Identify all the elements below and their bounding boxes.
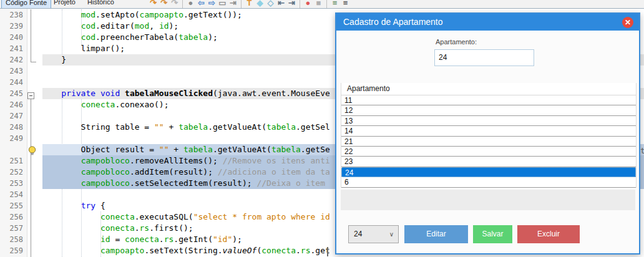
table-row[interactable]: 23 bbox=[341, 157, 636, 167]
ide-window: Código Fonte Projeto Histórico ↷↷↷●⇦⇨▭⇥T… bbox=[0, 0, 644, 257]
code-line: mod.setApto(campoapto.getText()); bbox=[42, 9, 242, 21]
table-empty-area bbox=[341, 190, 635, 210]
code-line: conecta.rs.first(); bbox=[42, 223, 193, 234]
shift-right-icon[interactable]: ⇥ bbox=[286, 0, 297, 8]
salvar-button[interactable]: Salvar bbox=[473, 225, 512, 243]
dialog-title-bar[interactable]: Cadastro de Apartamento ✕ bbox=[336, 14, 639, 31]
line-number: 259 bbox=[0, 245, 23, 256]
code-line: private void tabelaMouseClicked(java.awt… bbox=[42, 88, 330, 99]
toolbar-separator bbox=[326, 0, 327, 8]
jump-caret-icon[interactable]: ⇥ bbox=[228, 0, 238, 8]
table-row[interactable]: 14 bbox=[341, 126, 636, 136]
code-line: campoapto.setText(String.valueOf(conecta… bbox=[42, 245, 330, 256]
close-icon[interactable]: ✕ bbox=[622, 17, 633, 28]
line-number: 240 bbox=[0, 32, 23, 43]
line-number: 248 bbox=[0, 122, 23, 133]
toolbar-icons: ↷↷↷●⇦⇨▭⇥T◆◇⇤⇥●■≡≡ bbox=[148, 0, 351, 9]
line-number: 241 bbox=[0, 43, 23, 54]
editor-gutter[interactable]: 2382392402412422432442452462472482492512… bbox=[0, 9, 27, 257]
prev-occurrence-icon[interactable]: ⇦ bbox=[196, 0, 207, 8]
line-number: 254 bbox=[0, 189, 23, 200]
line-number: 253 bbox=[0, 178, 23, 189]
code-line: conecta.executaSQL("select * from apto w… bbox=[42, 211, 330, 223]
editar-button[interactable]: Editar bbox=[404, 225, 468, 243]
line-number: 256 bbox=[0, 211, 23, 223]
dialog-body: Apartamento: 24 Apartamento 111213142122… bbox=[336, 31, 639, 253]
apartamento-input[interactable]: 24 bbox=[434, 49, 534, 66]
apartamento-table[interactable]: Apartamento 11121314212223246 bbox=[341, 83, 637, 188]
combobox-value: 24 bbox=[354, 230, 362, 238]
apartamento-combobox[interactable]: 24 ∨ bbox=[348, 225, 399, 243]
cadastro-apartamento-dialog: Cadastro de Apartamento ✕ Apartamento: 2… bbox=[335, 12, 640, 255]
line-number: 239 bbox=[0, 21, 23, 32]
dialog-title: Cadastro de Apartamento bbox=[343, 14, 443, 31]
back-icon[interactable]: ↷ bbox=[159, 0, 169, 8]
hint-lightbulb-icon[interactable] bbox=[27, 145, 37, 156]
code-line: id = conecta.rs.getInt("id"); bbox=[42, 234, 242, 245]
text-caret bbox=[327, 247, 328, 256]
forward-icon[interactable]: ↷ bbox=[169, 0, 180, 8]
line-number: 242 bbox=[0, 54, 23, 65]
tab-codigo-fonte[interactable]: Código Fonte bbox=[1, 0, 51, 9]
line-number: 251 bbox=[0, 155, 23, 167]
record-macro-icon[interactable]: ● bbox=[303, 0, 313, 8]
code-line: conecta.conexao(); bbox=[42, 99, 169, 110]
tab-historico[interactable]: Histórico bbox=[84, 0, 118, 9]
toolbar-separator bbox=[182, 0, 183, 8]
code-line: String table = "" + tabela.getValueAt(ta… bbox=[42, 122, 330, 133]
shift-left-icon[interactable]: ⇤ bbox=[276, 0, 286, 8]
code-line: campobloco.setSelectedItem(result); //De… bbox=[42, 178, 330, 189]
code-line: try { bbox=[42, 200, 105, 211]
excluir-button[interactable]: Excluir bbox=[517, 225, 580, 243]
comment-icon[interactable]: ≡ bbox=[329, 0, 340, 8]
code-line: campobloco.addItem(result); //adiciona o… bbox=[42, 167, 330, 178]
line-number: 246 bbox=[0, 99, 23, 110]
line-number: 252 bbox=[0, 167, 23, 178]
fold-end-icon bbox=[31, 62, 36, 62]
fold-line bbox=[31, 9, 31, 62]
next-occurrence-icon[interactable]: ⇨ bbox=[207, 0, 217, 8]
line-number: 249 bbox=[0, 133, 23, 144]
select-rectangle-icon[interactable]: ▭ bbox=[217, 0, 228, 8]
toolbar-separator bbox=[300, 0, 300, 8]
next-bookmark-icon[interactable]: ◆ bbox=[255, 0, 265, 8]
last-edit-icon[interactable]: ↷ bbox=[148, 0, 159, 8]
prev-bookmark-icon[interactable]: ◇ bbox=[265, 0, 276, 8]
uncomment-icon[interactable]: ≡ bbox=[340, 0, 351, 8]
line-number: 244 bbox=[0, 77, 23, 88]
line-number: 238 bbox=[0, 9, 23, 21]
line-number: 258 bbox=[0, 234, 23, 245]
code-line: limpar(); bbox=[42, 43, 125, 54]
table-row[interactable]: 13 bbox=[341, 116, 636, 126]
code-line: } bbox=[42, 54, 66, 65]
table-row[interactable]: 11 bbox=[341, 95, 636, 105]
tab-projeto[interactable]: Projeto bbox=[50, 0, 79, 9]
line-number: 257 bbox=[0, 223, 23, 234]
table-row[interactable]: 6 bbox=[341, 177, 636, 187]
toolbar-separator bbox=[241, 0, 242, 8]
fold-collapse-icon[interactable] bbox=[27, 92, 34, 99]
bookmark-icon[interactable]: T bbox=[244, 0, 255, 8]
line-number: 245 bbox=[0, 88, 23, 99]
fold-line bbox=[31, 99, 31, 257]
line-number: 243 bbox=[0, 65, 23, 77]
find-selection-icon[interactable]: ● bbox=[185, 0, 196, 8]
editor-toolbar: Código Fonte Projeto Histórico ↷↷↷●⇦⇨▭⇥T… bbox=[0, 0, 644, 9]
code-line: cod.preencherTabela(tabela); bbox=[42, 32, 218, 43]
apartamento-label: Apartamento: bbox=[436, 38, 477, 46]
table-row[interactable]: 21 bbox=[341, 137, 636, 147]
line-number: 255 bbox=[0, 200, 23, 211]
code-overflow-char: t bbox=[640, 145, 644, 157]
table-row[interactable]: 22 bbox=[341, 147, 636, 157]
line-number: 247 bbox=[0, 110, 23, 122]
table-row[interactable]: 24 bbox=[341, 167, 636, 177]
code-line: campobloco.removeAllItems(); //Remove os… bbox=[42, 155, 330, 167]
code-line: cod.editar(mod, id); bbox=[42, 21, 178, 32]
chevron-down-icon: ∨ bbox=[389, 226, 394, 243]
table-row[interactable]: 12 bbox=[341, 105, 636, 115]
stop-macro-icon[interactable]: ■ bbox=[313, 0, 324, 8]
code-line: Object result = "" + tabela.getValueAt(t… bbox=[42, 144, 330, 155]
table-header[interactable]: Apartamento bbox=[341, 83, 636, 95]
